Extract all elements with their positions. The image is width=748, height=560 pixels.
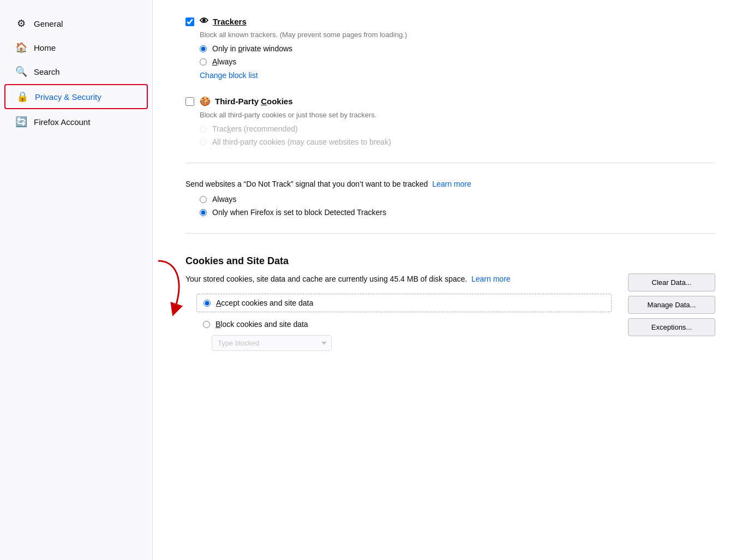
search-icon: 🔍	[15, 65, 27, 78]
block-cookies-label[interactable]: Block cookies and site data	[216, 320, 308, 329]
dnt-text: Send websites a “Do Not Track” signal th…	[185, 180, 715, 188]
sidebar: ⚙ General 🏠 Home 🔍 Search 🔒 Privacy & Se…	[0, 0, 153, 560]
block-cookies-radio[interactable]	[203, 321, 210, 328]
all-third-party-label: All third-party cookies (may cause websi…	[212, 138, 391, 146]
cookies-title: Cookies and Site Data	[185, 255, 715, 267]
divider-2	[185, 233, 715, 234]
exceptions-button[interactable]: Exceptions...	[628, 318, 715, 336]
trackers-recommended-row: Trackers (recommended)	[200, 124, 715, 133]
arrow-container: Accept cookies and site data Block cooki…	[185, 294, 612, 351]
type-blocked-select[interactable]: Type blocked	[212, 335, 332, 351]
dnt-always-row: Always	[200, 195, 715, 204]
sidebar-item-label: General	[34, 19, 63, 28]
tracker-icon: 👁	[200, 16, 208, 26]
dnt-always-label[interactable]: Always	[212, 195, 236, 204]
sidebar-item-home[interactable]: 🏠 Home	[4, 36, 148, 59]
accept-cookies-label[interactable]: Accept cookies and site data	[216, 299, 313, 307]
third-party-checkbox[interactable]	[185, 97, 194, 106]
third-party-label[interactable]: 🍪 Third-Party Cookies	[200, 96, 293, 106]
sidebar-item-label: Firefox Account	[34, 117, 90, 127]
cookies-layout: Your stored cookies, site data and cache…	[185, 273, 715, 351]
sidebar-item-label: Privacy & Security	[35, 92, 101, 102]
all-third-party-row: All third-party cookies (may cause websi…	[200, 138, 715, 146]
dnt-learn-more-link[interactable]: Learn more	[432, 180, 471, 188]
trackers-always-radio[interactable]	[200, 58, 207, 65]
trackers-private-radio[interactable]	[200, 45, 207, 52]
accept-cookies-row: Accept cookies and site data	[196, 294, 612, 312]
dnt-section: Send websites a “Do Not Track” signal th…	[185, 180, 715, 217]
main-content: 👁 Trackers Block all known trackers. (Ma…	[153, 0, 748, 560]
third-party-cookies-section: 🍪 Third-Party Cookies Block all third-pa…	[185, 96, 715, 146]
trackers-recommended-radio[interactable]	[200, 126, 207, 133]
cookies-description: Your stored cookies, site data and cache…	[185, 273, 556, 285]
trackers-checkbox[interactable]	[185, 17, 194, 26]
trackers-row: 👁 Trackers	[185, 16, 715, 26]
lock-icon: 🔒	[16, 91, 28, 103]
trackers-recommended-label: Trackers (recommended)	[212, 124, 298, 133]
trackers-private-windows-row: Only in private windows	[200, 44, 715, 53]
trackers-radio-group: Only in private windows Always	[200, 44, 715, 66]
dnt-radio-group: Always Only when Firefox is set to block…	[200, 195, 715, 217]
trackers-section: 👁 Trackers Block all known trackers. (Ma…	[185, 16, 715, 80]
trackers-always-label[interactable]: Always	[212, 57, 236, 66]
sidebar-item-label: Home	[34, 43, 56, 52]
cookies-buttons-panel: Clear Data... Manage Data... Exceptions.…	[628, 273, 715, 336]
third-party-radio-group: Trackers (recommended) All third-party c…	[200, 124, 715, 146]
sidebar-item-label: Search	[34, 67, 60, 76]
manage-data-button[interactable]: Manage Data...	[628, 296, 715, 314]
change-block-list-area: Change block list	[200, 70, 715, 80]
dnt-trackers-row: Only when Firefox is set to block Detect…	[200, 208, 715, 217]
divider-1	[185, 163, 715, 163]
sync-icon: 🔄	[15, 116, 27, 128]
cookies-section: Cookies and Site Data Your stored cookie…	[185, 255, 715, 351]
trackers-label[interactable]: 👁 Trackers	[200, 16, 247, 26]
dnt-always-radio[interactable]	[200, 196, 207, 203]
trackers-private-label[interactable]: Only in private windows	[212, 44, 292, 53]
change-block-list-link[interactable]: Change block list	[200, 71, 258, 80]
sidebar-item-general[interactable]: ⚙ General	[4, 12, 148, 35]
accept-cookies-radio[interactable]	[204, 300, 211, 307]
third-party-row: 🍪 Third-Party Cookies	[185, 96, 715, 106]
dnt-trackers-radio[interactable]	[200, 209, 207, 216]
sidebar-item-search[interactable]: 🔍 Search	[4, 60, 148, 83]
clear-data-button[interactable]: Clear Data...	[628, 273, 715, 291]
trackers-always-row: Always	[200, 57, 715, 66]
cookie-icon: 🍪	[200, 96, 211, 106]
type-blocked-area: Type blocked	[212, 335, 612, 351]
block-cookies-row: Block cookies and site data	[196, 318, 612, 331]
third-party-sub-text: Block all third-party cookies or just th…	[200, 111, 715, 119]
gear-icon: ⚙	[15, 17, 27, 29]
all-third-party-radio[interactable]	[200, 139, 207, 146]
trackers-sub-text: Block all known trackers. (May prevent s…	[200, 31, 715, 39]
sidebar-item-firefox-account[interactable]: 🔄 Firefox Account	[4, 110, 148, 133]
cookies-left-panel: Your stored cookies, site data and cache…	[185, 273, 612, 351]
sidebar-item-privacy[interactable]: 🔒 Privacy & Security	[4, 84, 148, 109]
cookies-learn-more-link[interactable]: Learn more	[471, 275, 511, 283]
home-icon: 🏠	[15, 41, 27, 53]
dnt-trackers-label[interactable]: Only when Firefox is set to block Detect…	[212, 208, 386, 217]
